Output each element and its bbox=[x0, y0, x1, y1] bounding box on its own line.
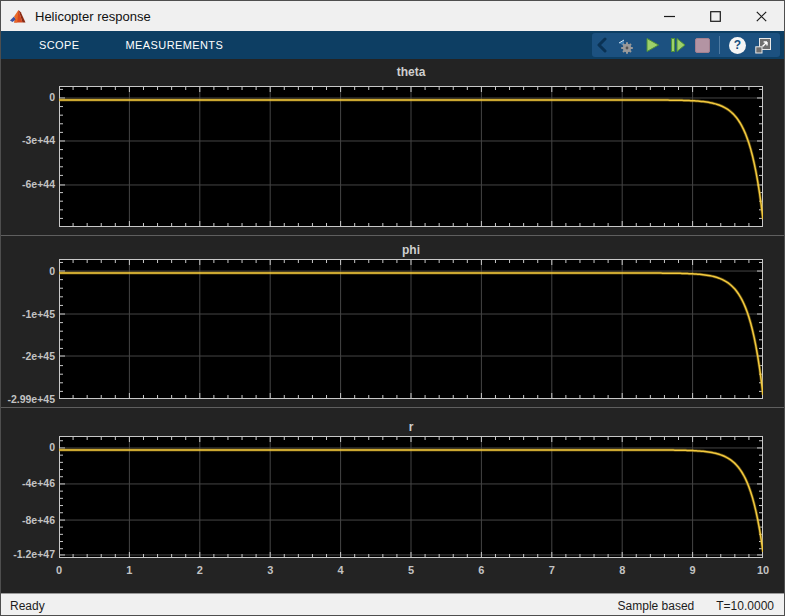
plot-title-theta: theta bbox=[59, 65, 763, 79]
panel-theta: theta 0-3e+44-6e+44 bbox=[1, 59, 784, 235]
x-tick-label: 1 bbox=[112, 564, 146, 576]
y-tick-label: -1.2e+47 bbox=[1, 548, 55, 561]
y-tick-label: -6e+44 bbox=[1, 178, 55, 191]
help-icon[interactable]: ? bbox=[729, 37, 746, 54]
plot-title-phi: phi bbox=[59, 243, 763, 257]
status-bar: Ready Sample based T=10.0000 bbox=[1, 593, 784, 616]
stop-icon[interactable] bbox=[695, 38, 710, 53]
step-options-gear-icon[interactable] bbox=[616, 36, 635, 55]
toolstrip-tabs: SCOPE MEASUREMENTS bbox=[1, 39, 223, 51]
y-tick-label: 0 bbox=[1, 441, 55, 454]
scope-window: Helicopter response SCOPE MEASUREMENTS bbox=[0, 0, 785, 616]
status-sample-mode: Sample based bbox=[618, 599, 695, 613]
y-tick-label: -4e+46 bbox=[1, 477, 55, 490]
y-tick-label: -2e+45 bbox=[1, 350, 55, 363]
plot-area-r[interactable] bbox=[59, 436, 763, 558]
plot-area-phi[interactable] bbox=[59, 259, 763, 399]
toolstrip: SCOPE MEASUREMENTS bbox=[1, 31, 784, 59]
x-tick-label: 4 bbox=[324, 564, 358, 576]
x-tick-label: 9 bbox=[676, 564, 710, 576]
x-tick-label: 5 bbox=[394, 564, 428, 576]
matlab-logo-icon bbox=[10, 9, 27, 24]
status-sim-time: T=10.0000 bbox=[716, 599, 774, 613]
tab-measurements[interactable]: MEASUREMENTS bbox=[126, 39, 224, 51]
toolbar-separator bbox=[719, 36, 720, 54]
collapse-chevron-icon[interactable] bbox=[596, 35, 607, 55]
status-ready: Ready bbox=[1, 599, 618, 613]
x-tick-label: 6 bbox=[464, 564, 498, 576]
y-tick-label: 0 bbox=[1, 91, 55, 104]
step-forward-icon[interactable] bbox=[669, 37, 686, 53]
titlebar: Helicopter response bbox=[1, 1, 784, 31]
y-tick-label: -3e+44 bbox=[1, 134, 55, 147]
plot-area-theta[interactable] bbox=[59, 86, 763, 227]
minimize-button[interactable] bbox=[646, 1, 692, 31]
pop-out-icon[interactable] bbox=[755, 37, 772, 54]
panel-r: r 0-4e+46-8e+46-1.2e+47012345678910 bbox=[1, 407, 784, 593]
x-tick-label: 3 bbox=[253, 564, 287, 576]
x-tick-label: 10 bbox=[746, 564, 780, 576]
close-button[interactable] bbox=[738, 1, 784, 31]
scope-display-area: theta 0-3e+44-6e+44 phi 0-1e+45-2e+45-2.… bbox=[1, 59, 784, 593]
x-tick-label: 8 bbox=[605, 564, 639, 576]
y-tick-label: -2.99e+45 bbox=[1, 393, 55, 406]
quick-access-toolbar: ? bbox=[592, 33, 780, 57]
y-tick-label: -8e+46 bbox=[1, 514, 55, 527]
plot-title-r: r bbox=[59, 420, 763, 434]
x-tick-label: 0 bbox=[42, 564, 76, 576]
y-tick-label: -1e+45 bbox=[1, 308, 55, 321]
window-title: Helicopter response bbox=[35, 9, 151, 24]
x-tick-label: 2 bbox=[183, 564, 217, 576]
panel-phi: phi 0-1e+45-2e+45-2.99e+45 bbox=[1, 235, 784, 407]
maximize-button[interactable] bbox=[692, 1, 738, 31]
x-tick-label: 7 bbox=[535, 564, 569, 576]
run-icon[interactable] bbox=[644, 37, 660, 53]
tab-scope[interactable]: SCOPE bbox=[39, 39, 80, 51]
y-tick-label: 0 bbox=[1, 265, 55, 278]
